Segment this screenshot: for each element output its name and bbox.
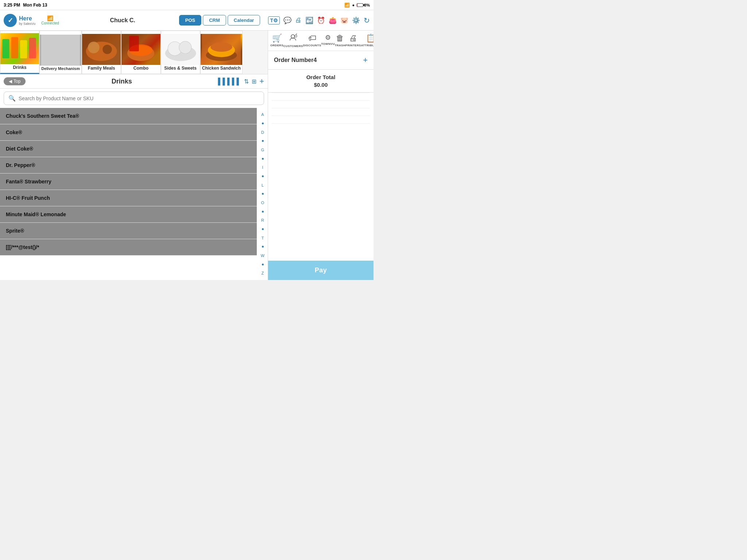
- alpha-L[interactable]: L: [262, 183, 264, 188]
- piggy-bank-icon[interactable]: 🐷: [340, 16, 348, 24]
- attributes-nav[interactable]: 📋 ATTRIBUTES: [361, 34, 374, 48]
- trash-label: TRASH: [335, 44, 345, 47]
- order-header: Order Number4 +: [268, 51, 374, 70]
- list-item[interactable]: Coke®: [0, 124, 257, 141]
- product-name: Coke®: [6, 129, 22, 135]
- battery-indicator: 8%: [357, 3, 370, 7]
- alpha-dot: [262, 158, 264, 160]
- right-top-icons: 🛒 ORDERS CUSTOMERS 🏷 DISCOUNTS: [268, 31, 374, 51]
- product-name: Diet Coke®: [6, 146, 33, 152]
- category-tab-family[interactable]: Family Meals: [82, 31, 121, 74]
- print-receipt-icon[interactable]: 🖨: [295, 16, 302, 24]
- order-divider: [272, 93, 370, 93]
- list-item[interactable]: Minute Maid® Lemonade: [0, 206, 257, 223]
- svg-rect-13: [129, 36, 139, 51]
- alpha-dot: [262, 228, 264, 230]
- barcode-icon[interactable]: ▌▌▌▌▌: [218, 78, 241, 85]
- product-name: Dr. Pepper®: [6, 162, 35, 168]
- undo-icon[interactable]: ↩️: [305, 16, 313, 24]
- top-button-label: Top: [13, 79, 20, 84]
- t-settings-icon[interactable]: T⚙: [268, 16, 280, 24]
- order-panel: Order Number4 + Order Total $0.00 Pay: [268, 51, 374, 280]
- search-bar[interactable]: 🔍: [4, 92, 264, 105]
- order-total-amount: $0.00: [274, 82, 368, 88]
- alpha-I[interactable]: I: [262, 165, 263, 170]
- logo-salesvu: by SalesVu: [19, 22, 35, 26]
- list-item[interactable]: [[[/***@test()/*: [0, 239, 257, 256]
- alpha-Z[interactable]: Z: [262, 271, 264, 276]
- category-tab-delivery[interactable]: Delivery Mechanism: [39, 31, 82, 74]
- alphabet-index: A D G I L O R T W: [258, 108, 268, 280]
- list-item[interactable]: HI-C® Fruit Punch: [0, 190, 257, 206]
- logo-text: Here by SalesVu: [19, 15, 35, 26]
- wallet-icon[interactable]: 👛: [329, 16, 337, 24]
- printers-nav[interactable]: 🖨 PRINTERS: [345, 34, 361, 48]
- delivery-tab-label: Delivery Mechanism: [40, 66, 81, 71]
- customers-nav[interactable]: CUSTOMERS: [283, 34, 303, 48]
- list-item[interactable]: Sprite®: [0, 223, 257, 239]
- list-item[interactable]: Dr. Pepper®: [0, 157, 257, 174]
- logo-area: ✓ Here by SalesVu: [4, 14, 35, 27]
- chat-icon[interactable]: 💬: [283, 16, 291, 24]
- category-tab-drinks[interactable]: Drinks: [0, 31, 39, 74]
- logo-here: Here: [19, 15, 35, 22]
- pay-button[interactable]: Pay: [268, 261, 374, 280]
- chevron-left-icon: ◀: [9, 79, 12, 84]
- alpha-dot: [262, 175, 264, 177]
- battery-percent: 8%: [364, 3, 370, 7]
- list-item[interactable]: Chuck's Southern Sweet Tea®: [0, 108, 257, 124]
- main-layout: Drinks Delivery Mechanism: [0, 31, 374, 280]
- grid-view-icon[interactable]: ⊞: [252, 78, 256, 85]
- product-list-inner: Chuck's Southern Sweet Tea® Coke® Diet C…: [0, 108, 257, 256]
- product-name: Fanta® Strawberry: [6, 179, 51, 184]
- orders-label: ORDERS: [270, 44, 283, 47]
- crm-button[interactable]: CRM: [203, 15, 226, 26]
- category-tabs: Drinks Delivery Mechanism: [0, 31, 268, 74]
- status-left: 3:25 PM Mon Feb 13: [4, 3, 47, 8]
- order-divider: [272, 116, 370, 116]
- orders-nav[interactable]: 🛒 ORDERS: [270, 34, 283, 48]
- top-button[interactable]: ◀ Top: [4, 77, 26, 85]
- clock-icon[interactable]: ⏰: [317, 16, 325, 24]
- left-panel: Drinks Delivery Mechanism: [0, 31, 268, 280]
- search-input[interactable]: [19, 96, 259, 101]
- date-display: Mon Feb 13: [23, 3, 47, 8]
- category-tab-chicken[interactable]: Chicken Sandwich: [200, 31, 243, 74]
- alpha-T[interactable]: T: [262, 236, 264, 241]
- header: ✓ Here by SalesVu 📶 Connected Chuck C. P…: [0, 10, 374, 31]
- alpha-A[interactable]: A: [261, 112, 264, 117]
- order-divider: [272, 100, 370, 101]
- category-tab-combo[interactable]: Combo: [121, 31, 160, 74]
- alpha-O[interactable]: O: [261, 200, 264, 205]
- svg-rect-2: [11, 37, 18, 58]
- order-divider: [272, 123, 370, 124]
- product-name: HI-C® Fruit Punch: [6, 195, 50, 201]
- sort-icon[interactable]: ⇅: [244, 78, 249, 85]
- family-tab-image: [82, 34, 121, 65]
- category-tab-sides[interactable]: Sides & Sweets: [161, 31, 200, 74]
- add-product-icon[interactable]: +: [259, 77, 264, 86]
- trash-nav[interactable]: 🗑 TRASH: [335, 34, 345, 48]
- svg-rect-4: [29, 38, 36, 58]
- townvu-nav[interactable]: ⚙ TOWNVU: [321, 34, 335, 48]
- add-order-button[interactable]: +: [363, 55, 368, 65]
- alpha-W[interactable]: W: [261, 253, 264, 258]
- list-item[interactable]: Diet Coke®: [0, 141, 257, 157]
- discounts-nav[interactable]: 🏷 DISCOUNTS: [303, 34, 321, 48]
- svg-rect-3: [20, 40, 27, 58]
- product-area: ◀ Top Drinks ▌▌▌▌▌ ⇅ ⊞ + 🔍: [0, 74, 268, 280]
- svg-point-21: [210, 42, 232, 52]
- product-name: Sprite®: [6, 228, 24, 234]
- refresh-icon[interactable]: ↻: [364, 16, 370, 25]
- list-item[interactable]: Fanta® Strawberry: [0, 174, 257, 190]
- gear-icon[interactable]: ⚙️: [352, 16, 360, 24]
- alpha-G[interactable]: G: [261, 147, 264, 152]
- product-name: Minute Maid® Lemonade: [6, 211, 66, 217]
- alpha-D[interactable]: D: [261, 130, 264, 135]
- combo-tab-image: [121, 34, 160, 65]
- discounts-icon: 🏷: [308, 34, 316, 43]
- section-title: Drinks: [26, 78, 218, 85]
- alpha-R[interactable]: R: [261, 218, 264, 223]
- pos-button[interactable]: POS: [179, 15, 201, 26]
- calendar-button[interactable]: Calendar: [228, 15, 260, 26]
